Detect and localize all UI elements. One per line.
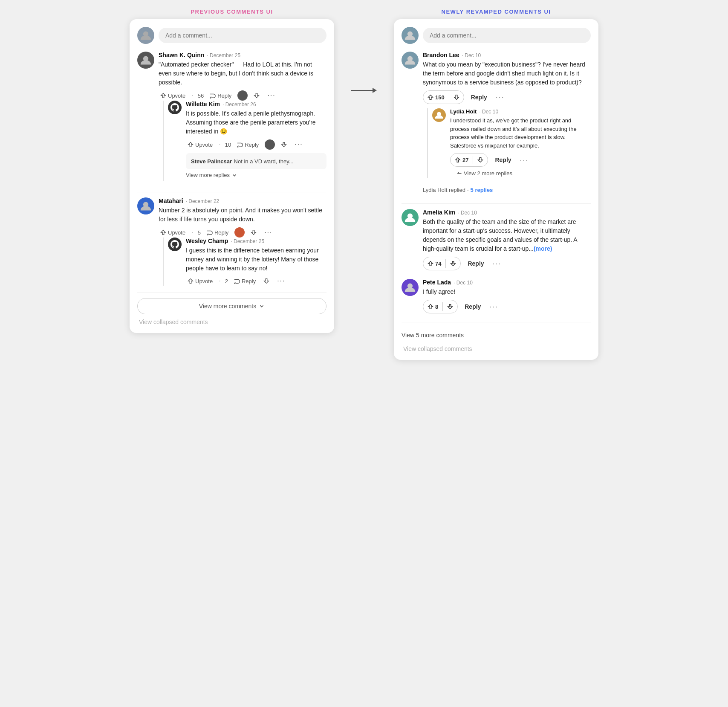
avatar-brandon [402,52,419,69]
more-btn-wesley[interactable]: ··· [275,276,287,286]
upvote-btn-lydia1[interactable]: 27 [451,154,473,166]
actions-lydia1: 27 Reply ··· [450,153,591,167]
downvote-btn-wesley[interactable] [262,277,271,285]
comment-body-willette: Willette Kim · December 26 It is possibl… [186,101,326,181]
left-comments-box: Shawn K. Quinn · December 25 "Automated … [130,19,334,333]
date-amelia: · Dec 10 [458,210,477,216]
avatar-tiny-willette [265,139,275,150]
replies-brandon: Lydia Holt · Dec 10 I understood it as, … [427,108,591,178]
downvote-btn-willette[interactable] [279,141,289,148]
left-panel: PREVIOUS COMMENTS UI Shawn K. Quinn · De… [130,9,334,333]
replies-shawn: Willette Kim · December 26 It is possibl… [163,101,326,181]
author-wesley: Wesley Champ [186,238,228,244]
right-panel-title: NEWLY REVAMPED COMMENTS UI [442,9,551,15]
downvote-btn-matahari[interactable] [249,229,258,236]
author-steve: Steve Palincsar [191,158,232,165]
actions-shawn: Upvote · 56 Reply ··· [159,90,326,101]
more-btn-willette[interactable]: ··· [293,140,304,149]
reply-btn-matahari[interactable]: Reply [205,229,230,237]
avatar-lydia1 [432,108,446,122]
comment-body-shawn: Shawn K. Quinn · December 25 "Automated … [159,52,326,185]
divider-right-2 [402,322,591,322]
comment-header-pete: Pete Lada · Dec 10 [423,279,591,286]
text-amelia: Both the quality of the team and the siz… [423,217,591,253]
actions-amelia: 74 Reply ··· [423,257,591,270]
view-collapsed-left[interactable]: View collapsed comments [137,314,326,325]
add-comment-input-right[interactable] [423,28,591,43]
text-lydia1: I understood it as, we've got the produc… [450,116,591,150]
author-amelia: Amelia Kim [423,209,455,216]
add-comment-input-left[interactable] [159,28,326,43]
comment-amelia: Amelia Kim · Dec 10 Both the quality of … [402,209,591,272]
reply-btn-pete[interactable]: Reply [461,301,484,312]
author-lydia1: Lydia Holt [450,108,477,115]
reply-btn-amelia[interactable]: Reply [464,258,487,269]
avatar-shawn [137,52,154,69]
upvote-btn-brandon[interactable]: 150 [423,91,449,104]
view-more-replies-shawn[interactable]: View more replies [186,169,326,181]
upvote-btn-amelia[interactable]: 74 [423,257,445,270]
reply-btn-brandon[interactable]: Reply [468,92,491,102]
more-btn-lydia1[interactable]: ··· [518,154,531,166]
right-comments-box: Brandon Lee · Dec 10 What do you mean by… [394,19,598,360]
comment-body-lydia1: Lydia Holt · Dec 10 I understood it as, … [450,108,591,178]
current-user-avatar-left [137,27,154,44]
commenter-avatar-shawn [237,90,248,101]
date-lydia1: · Dec 10 [479,109,498,115]
date-shawn: · December 25 [207,52,240,58]
actions-brandon: 150 Reply ··· [423,90,591,104]
comment-body-amelia: Amelia Kim · Dec 10 Both the quality of … [423,209,591,272]
add-comment-row-left [137,27,326,44]
upvote-count-shawn: 56 [198,93,204,99]
downvote-btn-brandon[interactable] [449,91,464,104]
replied-line-brandon: Lydia Holt replied · 5 replies [423,185,591,197]
reply-btn-wesley[interactable]: Reply [232,277,257,285]
author-brandon: Brandon Lee [423,52,459,58]
author-willette: Willette Kim [186,101,220,107]
avatar-willette [168,101,182,114]
divider-right-1 [402,203,591,204]
comment-header-willette: Willette Kim · December 26 [186,101,326,107]
replies-matahari: Wesley Champ · December 25 I guess this … [163,238,326,286]
more-btn-brandon[interactable]: ··· [494,91,506,104]
replied-link-brandon[interactable]: 5 replies [471,187,493,193]
upvote-btn-pete[interactable]: 8 [423,300,442,313]
upvote-btn-shawn[interactable]: Upvote [159,92,187,100]
vote-pill-amelia: 74 [423,257,461,270]
avatar-wesley [168,238,182,251]
more-btn-shawn[interactable]: ··· [266,91,277,100]
more-btn-matahari[interactable]: ··· [263,228,274,237]
avatar-matahari [137,197,154,214]
downvote-btn-pete[interactable] [443,300,457,313]
comment-header-matahari: Matahari · December 22 [159,197,326,204]
page-wrapper: PREVIOUS COMMENTS UI Shawn K. Quinn · De… [130,9,598,360]
date-brandon: · Dec 10 [462,52,481,58]
upvote-btn-wesley[interactable]: Upvote [186,277,214,285]
actions-matahari: Upvote · 5 Reply ··· [159,227,326,238]
upvote-btn-matahari[interactable]: Upvote [159,229,187,237]
downvote-btn-amelia[interactable] [446,257,460,270]
view-more-replies-brandon[interactable]: View 2 more replies [450,168,591,178]
text-wesley: I guess this is the difference between e… [186,246,326,273]
upvote-btn-willette[interactable]: Upvote [186,141,214,149]
text-shawn: "Automated pecker checker" — Had to LOL … [159,60,326,87]
more-btn-amelia[interactable]: ··· [491,258,503,270]
view-collapsed-right[interactable]: View collapsed comments [402,341,591,352]
view-more-btn-left[interactable]: View more comments [137,298,326,314]
text-steve: Not in a VD ward, they... [234,158,294,165]
view-5-more-btn[interactable]: View 5 more comments [402,327,591,341]
comment-header-brandon: Brandon Lee · Dec 10 [423,52,591,58]
text-pete: I fully agree! [423,287,591,296]
arrow [351,85,377,96]
arrow-wrapper [351,9,377,96]
reply-btn-willette[interactable]: Reply [235,141,260,149]
comment-body-wesley: Wesley Champ · December 25 I guess this … [186,238,326,286]
downvote-btn-lydia1[interactable] [473,154,488,166]
more-link-amelia[interactable]: (more) [534,245,552,252]
more-btn-pete[interactable]: ··· [488,301,500,313]
right-panel: NEWLY REVAMPED COMMENTS UI Brandon Lee ·… [394,9,598,360]
downvote-btn-shawn[interactable] [252,92,261,99]
reply-btn-shawn[interactable]: Reply [208,92,233,100]
date-pete: · Dec 10 [454,280,473,286]
reply-btn-lydia1[interactable]: Reply [491,155,514,165]
